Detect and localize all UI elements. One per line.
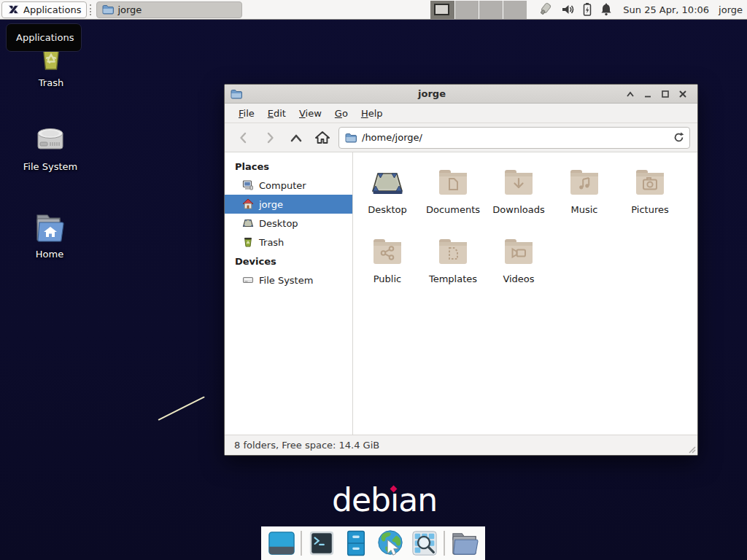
minimize-button[interactable] bbox=[639, 87, 657, 101]
status-bar: 8 folders, Free space: 14.4 GiB bbox=[225, 435, 697, 455]
sidebar-item-label: File System bbox=[259, 275, 313, 286]
desktop-icon-home[interactable]: Home bbox=[13, 211, 86, 260]
show-desktop-icon bbox=[268, 530, 295, 556]
file-label: Public bbox=[374, 273, 401, 284]
terminal-icon bbox=[308, 529, 336, 557]
window-titlebar[interactable]: jorge bbox=[225, 85, 697, 104]
hard-drive-icon bbox=[32, 123, 69, 158]
sidebar-item-trash[interactable]: Trash bbox=[225, 233, 352, 252]
file-label: Desktop bbox=[368, 204, 407, 215]
sidebar-item-computer[interactable]: Computer bbox=[225, 176, 352, 195]
file-item-templates[interactable]: Templates bbox=[420, 233, 486, 303]
applications-tooltip: Applications bbox=[6, 23, 82, 52]
file-item-videos[interactable]: Videos bbox=[486, 233, 551, 303]
file-item-music[interactable]: Music bbox=[551, 164, 617, 233]
dock-panel bbox=[261, 526, 485, 560]
desktop-icon-file-system[interactable]: File System bbox=[14, 123, 87, 172]
file-label: Videos bbox=[503, 273, 534, 284]
up-button[interactable] bbox=[283, 127, 309, 149]
volume-icon[interactable] bbox=[560, 2, 575, 17]
sidebar-places-header: Places bbox=[225, 157, 352, 176]
maximize-icon bbox=[661, 90, 670, 98]
notifications-bell-icon[interactable] bbox=[600, 2, 613, 17]
desktop-pad-icon bbox=[242, 217, 254, 229]
file-cabinet-launcher[interactable] bbox=[341, 529, 371, 558]
home-button[interactable] bbox=[309, 127, 336, 149]
web-browser-launcher[interactable] bbox=[375, 529, 405, 558]
desktop-icon-label: Home bbox=[13, 249, 86, 260]
xfce-logo-icon bbox=[7, 4, 20, 16]
file-manager-window: jorge File Edit View Go Help bbox=[224, 84, 698, 456]
battery-charging-icon[interactable] bbox=[581, 2, 593, 17]
app-finder-icon bbox=[411, 529, 438, 557]
status-text: 8 folders, Free space: 14.4 GiB bbox=[234, 440, 379, 451]
pen-stroke-artifact bbox=[158, 396, 205, 421]
desktop: Applications jorge bbox=[0, 0, 747, 560]
workspace-switcher[interactable] bbox=[430, 1, 527, 19]
path-bar[interactable]: /home/jorge/ bbox=[338, 127, 690, 149]
user-home-icon bbox=[242, 198, 254, 210]
home-folder-icon bbox=[31, 211, 68, 246]
videos-folder-icon bbox=[501, 233, 536, 268]
menu-file[interactable]: File bbox=[232, 105, 261, 122]
sidebar-item-label: Desktop bbox=[259, 218, 298, 229]
web-browser-icon bbox=[376, 529, 405, 558]
file-manager-icon bbox=[450, 530, 479, 556]
templates-folder-icon bbox=[436, 233, 471, 268]
desktop-pad-icon bbox=[370, 164, 405, 199]
shade-button[interactable] bbox=[622, 87, 639, 101]
logo-letter-i: ı bbox=[390, 481, 398, 518]
menu-bar: File Edit View Go Help bbox=[225, 104, 697, 123]
file-item-public[interactable]: Public bbox=[355, 233, 420, 303]
panel-clock[interactable]: Sun 25 Apr, 10:06 bbox=[623, 4, 709, 15]
system-tray bbox=[536, 1, 613, 18]
file-icon-view[interactable]: Desktop Documents bbox=[353, 152, 697, 435]
sidebar-item-jorge[interactable]: jorge bbox=[225, 195, 352, 214]
close-button[interactable] bbox=[674, 87, 692, 101]
file-item-downloads[interactable]: Downloads bbox=[486, 164, 551, 233]
file-item-pictures[interactable]: Pictures bbox=[617, 164, 683, 233]
app-finder-launcher[interactable] bbox=[409, 529, 439, 558]
desktop-icon-label: Trash bbox=[15, 77, 88, 88]
menu-go[interactable]: Go bbox=[328, 105, 355, 122]
workspace-4[interactable] bbox=[503, 1, 527, 19]
computer-icon bbox=[242, 179, 254, 191]
path-input[interactable]: /home/jorge/ bbox=[362, 132, 673, 143]
file-label: Music bbox=[571, 204, 598, 215]
workspace-3[interactable] bbox=[479, 1, 503, 19]
taskbar-window-button[interactable]: jorge bbox=[96, 1, 242, 18]
terminal-launcher[interactable] bbox=[306, 529, 336, 558]
workspace-1[interactable] bbox=[430, 1, 454, 19]
back-button[interactable] bbox=[231, 127, 257, 149]
downloads-folder-icon bbox=[501, 164, 536, 199]
sidebar-item-file-system[interactable]: File System bbox=[225, 271, 352, 289]
panel-username[interactable]: jorge bbox=[719, 4, 743, 15]
resize-grip[interactable] bbox=[687, 445, 696, 454]
menu-help[interactable]: Help bbox=[355, 105, 390, 122]
show-desktop-button[interactable] bbox=[266, 529, 296, 558]
debian-wordmark: debıan bbox=[332, 481, 437, 518]
sidebar-item-label: Trash bbox=[259, 237, 284, 248]
file-label: Downloads bbox=[492, 204, 544, 215]
up-icon bbox=[289, 133, 303, 143]
file-item-desktop[interactable]: Desktop bbox=[355, 164, 420, 233]
workspace-2[interactable] bbox=[454, 1, 479, 19]
file-label: Templates bbox=[429, 273, 477, 284]
reload-icon[interactable] bbox=[673, 131, 685, 144]
maximize-button[interactable] bbox=[657, 87, 674, 101]
applications-menu-button[interactable]: Applications bbox=[1, 1, 87, 18]
workspace-window-preview bbox=[434, 4, 449, 15]
panel-grip[interactable] bbox=[90, 4, 93, 15]
sidebar-item-label: Computer bbox=[259, 180, 306, 191]
sidebar-item-desktop[interactable]: Desktop bbox=[225, 214, 352, 233]
dock-separator bbox=[444, 531, 445, 556]
forward-button[interactable] bbox=[257, 127, 283, 149]
pen-tool-icon[interactable] bbox=[536, 1, 554, 18]
drive-small-icon bbox=[242, 274, 254, 286]
file-manager-launcher[interactable] bbox=[449, 529, 479, 558]
file-item-documents[interactable]: Documents bbox=[420, 164, 486, 233]
forward-icon bbox=[263, 131, 276, 144]
menu-edit[interactable]: Edit bbox=[261, 105, 293, 122]
documents-folder-icon bbox=[436, 164, 471, 199]
menu-view[interactable]: View bbox=[293, 105, 328, 122]
